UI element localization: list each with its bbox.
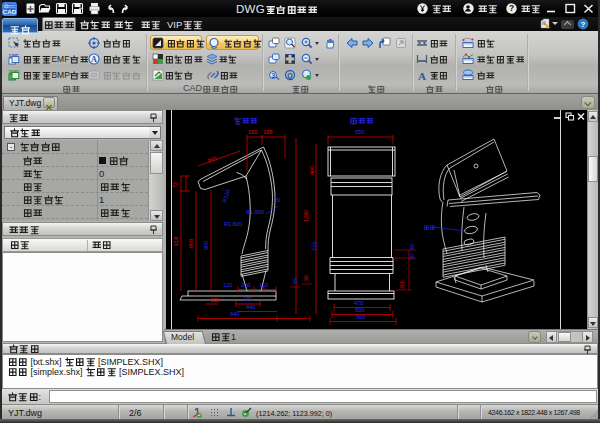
svg-text:150: 150 [248,129,257,135]
svg-text:R1,600: R1,600 [224,221,242,227]
svg-text:168: 168 [263,129,272,135]
svg-text:?: ? [509,3,514,13]
svg-text:560: 560 [356,314,365,320]
svg-text:400: 400 [309,166,315,175]
svg-text:120: 120 [259,282,268,288]
svg-text:40: 40 [409,244,415,250]
svg-text:30: 30 [303,275,309,281]
svg-text:918: 918 [173,237,179,246]
svg-text:550: 550 [355,129,364,135]
svg-text:200: 200 [241,282,250,288]
svg-text:R1,650: R1,650 [246,209,264,215]
svg-text:(90): (90) [210,297,219,303]
svg-text:A: A [418,70,426,82]
svg-text:775: 775 [312,242,318,251]
svg-text:120: 120 [223,282,232,288]
svg-text:500: 500 [355,307,364,313]
svg-text:640: 640 [230,311,239,317]
svg-text:CAD: CAD [3,8,17,15]
svg-text:900: 900 [203,241,209,250]
svg-text:440: 440 [246,304,255,310]
svg-text:20: 20 [409,254,415,260]
svg-text:?: ? [581,20,586,29]
svg-text:170: 170 [243,296,252,302]
svg-text:470: 470 [354,300,363,306]
svg-text:A: A [91,55,97,64]
svg-text:20: 20 [274,197,280,203]
svg-text:1290: 1290 [303,210,309,222]
svg-text:Q: Q [287,72,293,80]
svg-text:55: 55 [292,278,298,284]
svg-text:200: 200 [399,280,405,289]
svg-text:72: 72 [172,182,178,188]
svg-text:908: 908 [188,239,194,248]
svg-text:3: 3 [271,72,275,79]
